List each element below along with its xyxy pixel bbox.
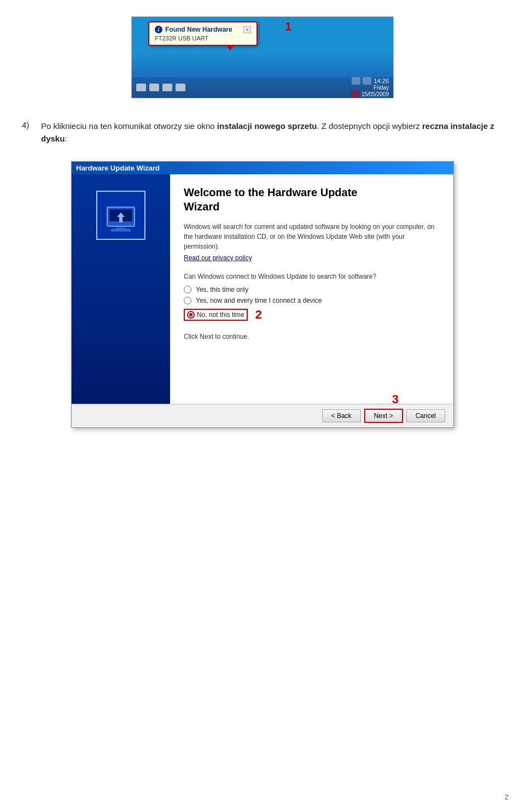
radio-option-1[interactable]: Yes, this time only (184, 286, 440, 293)
balloon-close-btn[interactable]: × (243, 26, 251, 33)
svg-rect-3 (112, 230, 130, 231)
tray-icons: 14:26 (352, 77, 389, 85)
cancel-button[interactable]: Cancel (406, 409, 445, 422)
radio-circle-1[interactable] (184, 286, 191, 293)
radio-option-3[interactable]: No, not this time 2 (184, 308, 440, 322)
wizard-titlebar: Hardware Update Wizard (72, 162, 453, 174)
wizard-icon-box (96, 191, 145, 240)
step-description: Po kliknieciu na ten komunikat otworzy s… (41, 120, 503, 145)
taskbar-screenshot: i Found New Hardware × FT232R USB UART 1 (131, 16, 394, 98)
wizard-welcome-title: Welcome to the Hardware Update Wizard (184, 185, 440, 214)
desktop-bg: i Found New Hardware × FT232R USB UART 1 (132, 17, 393, 77)
page-number: 2 (505, 793, 509, 801)
step-number: 4) (22, 120, 33, 145)
wizard-question: Can Windows connect to Windows Update to… (184, 273, 440, 280)
taskbar-icon-1 (136, 84, 146, 91)
radio-label-3: No, not this time (197, 311, 244, 319)
wizard-footer: 3 < Back Next > Cancel (72, 404, 453, 427)
svg-rect-2 (115, 227, 126, 230)
back-button[interactable]: < Back (322, 409, 361, 422)
clock-time: 14:26 (374, 78, 389, 84)
click-next-text: Click Next to continue. (184, 333, 440, 340)
balloon-title: i Found New Hardware (155, 26, 232, 33)
tray-icon-3 (351, 91, 359, 98)
privacy-policy-link[interactable]: Read our privacy policy (184, 254, 440, 262)
tray-icon-2 (363, 77, 371, 85)
step-text-part1: Po kliknieciu na ten komunikat otworzy s… (41, 121, 217, 131)
taskbar-icon-2 (149, 84, 159, 91)
radio-option-2[interactable]: Yes, now and every time I connect a devi… (184, 297, 440, 304)
clock-date: 15/05/2009 (361, 91, 389, 97)
radio-circle-3[interactable] (187, 311, 195, 319)
clock-day: Friday (374, 85, 389, 91)
step4-instructions: 4) Po kliknieciu na ten komunikat otworz… (0, 109, 525, 161)
wizard-body: Welcome to the Hardware Update Wizard Wi… (72, 174, 453, 404)
wizard-title-text: Hardware Update Wizard (76, 164, 160, 172)
next-button[interactable]: Next > (364, 409, 403, 423)
taskbar-strip: 14:26 Friday 15/05/2009 (132, 77, 393, 98)
step-text-bold: instalacji nowego sprzetu (217, 121, 317, 131)
radio-label-2: Yes, now and every time I connect a devi… (196, 297, 322, 304)
option3-highlight: No, not this time (184, 309, 248, 321)
taskbar-clock: 14:26 Friday 15/05/2009 (351, 77, 389, 98)
found-hardware-balloon: i Found New Hardware × FT232R USB UART (148, 21, 258, 46)
taskbar-left-icons (136, 84, 185, 91)
screenshot-section: i Found New Hardware × FT232R USB UART 1 (0, 0, 525, 109)
balloon-device-text: FT232R USB UART (155, 35, 251, 42)
radio-circle-2[interactable] (184, 297, 191, 304)
dialog-wrapper: Hardware Update Wizard (0, 161, 525, 444)
taskbar-icon-4 (176, 84, 185, 91)
step-text-part3: : (65, 134, 67, 143)
wizard-right-panel: Welcome to the Hardware Update Wizard Wi… (170, 174, 453, 404)
tray-icon-1 (352, 77, 360, 85)
hardware-icon (102, 196, 140, 234)
step-text-part2: . Z dostepnych opcji wybierz (317, 121, 422, 131)
wizard-left-panel (72, 174, 170, 404)
step2-badge: 2 (255, 308, 262, 322)
taskbar-icon-3 (162, 84, 172, 91)
step3-badge: 3 (392, 392, 399, 407)
wizard-dialog: Hardware Update Wizard (71, 161, 454, 428)
step1-badge: 1 (285, 20, 291, 34)
info-icon: i (155, 26, 162, 33)
wizard-description: Windows will search for current and upda… (184, 222, 440, 251)
radio-label-1: Yes, this time only (196, 286, 248, 293)
